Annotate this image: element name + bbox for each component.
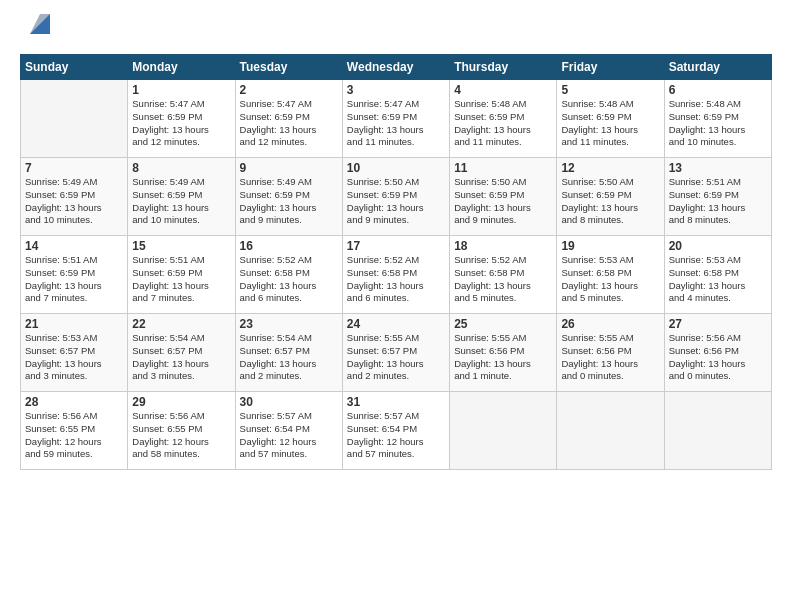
day-number: 7 bbox=[25, 161, 123, 175]
day-cell: 10Sunrise: 5:50 AM Sunset: 6:59 PM Dayli… bbox=[342, 158, 449, 236]
week-row-5: 28Sunrise: 5:56 AM Sunset: 6:55 PM Dayli… bbox=[21, 392, 772, 470]
day-number: 10 bbox=[347, 161, 445, 175]
col-header-sunday: Sunday bbox=[21, 55, 128, 80]
header-row: SundayMondayTuesdayWednesdayThursdayFrid… bbox=[21, 55, 772, 80]
day-cell: 20Sunrise: 5:53 AM Sunset: 6:58 PM Dayli… bbox=[664, 236, 771, 314]
day-cell: 19Sunrise: 5:53 AM Sunset: 6:58 PM Dayli… bbox=[557, 236, 664, 314]
day-info: Sunrise: 5:55 AM Sunset: 6:57 PM Dayligh… bbox=[347, 332, 445, 383]
day-info: Sunrise: 5:48 AM Sunset: 6:59 PM Dayligh… bbox=[454, 98, 552, 149]
day-info: Sunrise: 5:57 AM Sunset: 6:54 PM Dayligh… bbox=[347, 410, 445, 461]
day-cell: 24Sunrise: 5:55 AM Sunset: 6:57 PM Dayli… bbox=[342, 314, 449, 392]
day-info: Sunrise: 5:53 AM Sunset: 6:57 PM Dayligh… bbox=[25, 332, 123, 383]
week-row-1: 1Sunrise: 5:47 AM Sunset: 6:59 PM Daylig… bbox=[21, 80, 772, 158]
day-info: Sunrise: 5:52 AM Sunset: 6:58 PM Dayligh… bbox=[347, 254, 445, 305]
day-number: 31 bbox=[347, 395, 445, 409]
day-number: 6 bbox=[669, 83, 767, 97]
day-number: 1 bbox=[132, 83, 230, 97]
day-info: Sunrise: 5:49 AM Sunset: 6:59 PM Dayligh… bbox=[132, 176, 230, 227]
day-info: Sunrise: 5:52 AM Sunset: 6:58 PM Dayligh… bbox=[454, 254, 552, 305]
day-info: Sunrise: 5:51 AM Sunset: 6:59 PM Dayligh… bbox=[25, 254, 123, 305]
day-info: Sunrise: 5:53 AM Sunset: 6:58 PM Dayligh… bbox=[561, 254, 659, 305]
day-cell: 17Sunrise: 5:52 AM Sunset: 6:58 PM Dayli… bbox=[342, 236, 449, 314]
day-cell: 26Sunrise: 5:55 AM Sunset: 6:56 PM Dayli… bbox=[557, 314, 664, 392]
week-row-4: 21Sunrise: 5:53 AM Sunset: 6:57 PM Dayli… bbox=[21, 314, 772, 392]
header bbox=[20, 20, 772, 42]
day-number: 17 bbox=[347, 239, 445, 253]
day-cell: 14Sunrise: 5:51 AM Sunset: 6:59 PM Dayli… bbox=[21, 236, 128, 314]
day-number: 26 bbox=[561, 317, 659, 331]
day-number: 29 bbox=[132, 395, 230, 409]
day-number: 16 bbox=[240, 239, 338, 253]
day-cell: 25Sunrise: 5:55 AM Sunset: 6:56 PM Dayli… bbox=[450, 314, 557, 392]
day-cell: 22Sunrise: 5:54 AM Sunset: 6:57 PM Dayli… bbox=[128, 314, 235, 392]
day-number: 25 bbox=[454, 317, 552, 331]
day-info: Sunrise: 5:48 AM Sunset: 6:59 PM Dayligh… bbox=[669, 98, 767, 149]
day-cell: 27Sunrise: 5:56 AM Sunset: 6:56 PM Dayli… bbox=[664, 314, 771, 392]
day-number: 11 bbox=[454, 161, 552, 175]
day-cell: 31Sunrise: 5:57 AM Sunset: 6:54 PM Dayli… bbox=[342, 392, 449, 470]
col-header-thursday: Thursday bbox=[450, 55, 557, 80]
day-cell: 18Sunrise: 5:52 AM Sunset: 6:58 PM Dayli… bbox=[450, 236, 557, 314]
col-header-friday: Friday bbox=[557, 55, 664, 80]
day-info: Sunrise: 5:56 AM Sunset: 6:55 PM Dayligh… bbox=[25, 410, 123, 461]
day-info: Sunrise: 5:53 AM Sunset: 6:58 PM Dayligh… bbox=[669, 254, 767, 305]
day-info: Sunrise: 5:51 AM Sunset: 6:59 PM Dayligh… bbox=[669, 176, 767, 227]
page-container: SundayMondayTuesdayWednesdayThursdayFrid… bbox=[0, 0, 792, 480]
day-number: 3 bbox=[347, 83, 445, 97]
day-number: 23 bbox=[240, 317, 338, 331]
day-info: Sunrise: 5:55 AM Sunset: 6:56 PM Dayligh… bbox=[454, 332, 552, 383]
day-cell: 30Sunrise: 5:57 AM Sunset: 6:54 PM Dayli… bbox=[235, 392, 342, 470]
col-header-saturday: Saturday bbox=[664, 55, 771, 80]
day-number: 24 bbox=[347, 317, 445, 331]
day-number: 5 bbox=[561, 83, 659, 97]
week-row-3: 14Sunrise: 5:51 AM Sunset: 6:59 PM Dayli… bbox=[21, 236, 772, 314]
day-info: Sunrise: 5:47 AM Sunset: 6:59 PM Dayligh… bbox=[240, 98, 338, 149]
day-cell bbox=[664, 392, 771, 470]
day-cell: 6Sunrise: 5:48 AM Sunset: 6:59 PM Daylig… bbox=[664, 80, 771, 158]
day-number: 22 bbox=[132, 317, 230, 331]
svg-marker-1 bbox=[30, 14, 50, 34]
day-info: Sunrise: 5:51 AM Sunset: 6:59 PM Dayligh… bbox=[132, 254, 230, 305]
day-number: 18 bbox=[454, 239, 552, 253]
calendar-table: SundayMondayTuesdayWednesdayThursdayFrid… bbox=[20, 54, 772, 470]
day-cell: 9Sunrise: 5:49 AM Sunset: 6:59 PM Daylig… bbox=[235, 158, 342, 236]
day-number: 14 bbox=[25, 239, 123, 253]
day-number: 20 bbox=[669, 239, 767, 253]
day-info: Sunrise: 5:55 AM Sunset: 6:56 PM Dayligh… bbox=[561, 332, 659, 383]
day-info: Sunrise: 5:52 AM Sunset: 6:58 PM Dayligh… bbox=[240, 254, 338, 305]
day-cell: 13Sunrise: 5:51 AM Sunset: 6:59 PM Dayli… bbox=[664, 158, 771, 236]
day-number: 4 bbox=[454, 83, 552, 97]
day-cell: 11Sunrise: 5:50 AM Sunset: 6:59 PM Dayli… bbox=[450, 158, 557, 236]
day-cell bbox=[21, 80, 128, 158]
logo bbox=[20, 20, 54, 42]
day-cell: 5Sunrise: 5:48 AM Sunset: 6:59 PM Daylig… bbox=[557, 80, 664, 158]
day-cell bbox=[450, 392, 557, 470]
day-cell: 7Sunrise: 5:49 AM Sunset: 6:59 PM Daylig… bbox=[21, 158, 128, 236]
week-row-2: 7Sunrise: 5:49 AM Sunset: 6:59 PM Daylig… bbox=[21, 158, 772, 236]
day-info: Sunrise: 5:47 AM Sunset: 6:59 PM Dayligh… bbox=[132, 98, 230, 149]
day-number: 2 bbox=[240, 83, 338, 97]
day-number: 28 bbox=[25, 395, 123, 409]
col-header-wednesday: Wednesday bbox=[342, 55, 449, 80]
day-number: 19 bbox=[561, 239, 659, 253]
day-number: 30 bbox=[240, 395, 338, 409]
day-cell: 12Sunrise: 5:50 AM Sunset: 6:59 PM Dayli… bbox=[557, 158, 664, 236]
day-number: 8 bbox=[132, 161, 230, 175]
day-cell: 15Sunrise: 5:51 AM Sunset: 6:59 PM Dayli… bbox=[128, 236, 235, 314]
day-number: 27 bbox=[669, 317, 767, 331]
day-cell: 4Sunrise: 5:48 AM Sunset: 6:59 PM Daylig… bbox=[450, 80, 557, 158]
day-info: Sunrise: 5:56 AM Sunset: 6:55 PM Dayligh… bbox=[132, 410, 230, 461]
day-cell: 3Sunrise: 5:47 AM Sunset: 6:59 PM Daylig… bbox=[342, 80, 449, 158]
day-number: 21 bbox=[25, 317, 123, 331]
day-cell: 8Sunrise: 5:49 AM Sunset: 6:59 PM Daylig… bbox=[128, 158, 235, 236]
col-header-tuesday: Tuesday bbox=[235, 55, 342, 80]
day-info: Sunrise: 5:47 AM Sunset: 6:59 PM Dayligh… bbox=[347, 98, 445, 149]
day-number: 12 bbox=[561, 161, 659, 175]
day-cell: 28Sunrise: 5:56 AM Sunset: 6:55 PM Dayli… bbox=[21, 392, 128, 470]
day-number: 13 bbox=[669, 161, 767, 175]
day-cell: 16Sunrise: 5:52 AM Sunset: 6:58 PM Dayli… bbox=[235, 236, 342, 314]
day-info: Sunrise: 5:50 AM Sunset: 6:59 PM Dayligh… bbox=[347, 176, 445, 227]
day-info: Sunrise: 5:57 AM Sunset: 6:54 PM Dayligh… bbox=[240, 410, 338, 461]
day-info: Sunrise: 5:49 AM Sunset: 6:59 PM Dayligh… bbox=[25, 176, 123, 227]
day-cell: 1Sunrise: 5:47 AM Sunset: 6:59 PM Daylig… bbox=[128, 80, 235, 158]
